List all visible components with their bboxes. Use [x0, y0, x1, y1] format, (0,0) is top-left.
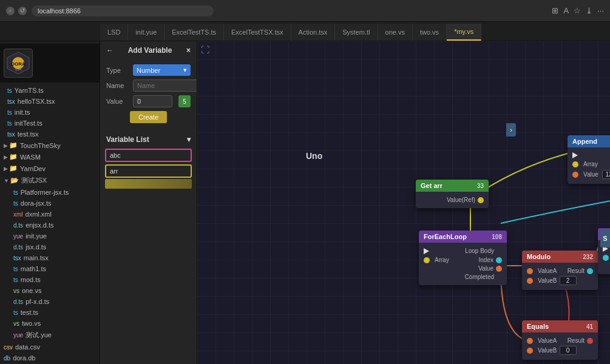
star-icon[interactable]: ☆	[574, 6, 581, 15]
sidebar-item-main-tsx[interactable]: tsx main.tsx	[0, 252, 100, 263]
node-modulo[interactable]: Modulo 232 ValueA Result ValueB	[522, 251, 598, 290]
value-input[interactable]	[133, 95, 172, 107]
sidebar-item-data-csv[interactable]: csv data.csv	[0, 342, 100, 352]
create-button[interactable]: Create	[130, 111, 167, 123]
port-value-a[interactable]	[527, 268, 533, 274]
sidebar-item-label: enjsx.d.ts	[25, 221, 53, 229]
port-exec3[interactable]	[424, 248, 429, 254]
port-index-out[interactable]	[496, 257, 502, 263]
sidebar-item-two-vs[interactable]: vs two.vs	[0, 318, 100, 329]
tab-lsd[interactable]: LSD	[100, 24, 128, 41]
sidebar-item-init-ts[interactable]: ts init.ts	[0, 107, 100, 118]
sidebar-item-test-ts[interactable]: ts test.ts	[0, 307, 100, 318]
sidebar-item-wasm[interactable]: ▶ 📁 WASM	[0, 151, 100, 163]
port-value[interactable]	[572, 172, 578, 178]
value-confirm-btn[interactable]: 5	[178, 95, 191, 107]
sidebar-item-hello-tsx[interactable]: tsx helloTSX.tsx	[0, 96, 100, 107]
tab-two-vs[interactable]: two.vs	[413, 24, 447, 41]
value-label-node: Value	[583, 171, 598, 178]
sidebar-item-touch-sky[interactable]: ▶ 📁 TouchTheSky	[0, 140, 100, 151]
port-array3[interactable]	[424, 257, 430, 263]
sidebar-item-pf-x[interactable]: d.ts pf-x.d.ts	[0, 296, 100, 307]
port-array-in[interactable]	[572, 161, 578, 167]
sidebar-item-label: YarnDev	[20, 165, 46, 172]
canvas[interactable]: ⛶ Get arr	[197, 41, 610, 364]
tab-excel-ts[interactable]: ExcelTestTS.ts	[164, 24, 224, 41]
var-list-collapse[interactable]: ▾	[187, 135, 191, 144]
text-icon[interactable]: A	[563, 6, 569, 15]
sidebar-item-dora-db[interactable]: db dora.db	[0, 352, 100, 363]
sidebar-item-label: data.csv	[15, 343, 40, 351]
node-for-each[interactable]: ForEachLoop 108 Loop Body Array	[419, 231, 507, 285]
panel-arrow-left[interactable]: ←	[106, 46, 114, 55]
tab-one-vs[interactable]: one.vs	[378, 24, 413, 41]
sidebar-item-test-tsx[interactable]: tsx test.tsx	[0, 129, 100, 140]
sidebar-item-platformer[interactable]: ts Platformer-jsx.ts	[0, 187, 100, 198]
sidebar-item-label: one.vs	[22, 287, 41, 294]
node-get-arr[interactable]: Get arr 33 Value(Ref)	[416, 180, 489, 208]
node-body-for-each: Loop Body Array Index Value	[419, 243, 507, 285]
d-ts-icon3: d.ts	[13, 298, 23, 305]
sidebar-item-enjsx[interactable]: d.ts enjsx.d.ts	[0, 220, 100, 231]
port-result[interactable]	[587, 268, 593, 274]
node-id: 41	[586, 323, 593, 330]
sidebar-item-dxml[interactable]: xml dxml.xml	[0, 209, 100, 220]
var-arr-input[interactable]	[105, 164, 192, 178]
expand-icon[interactable]: ⛶	[201, 45, 209, 55]
sidebar-item-test-yue[interactable]: yue 测试.yue	[0, 329, 100, 342]
sidebar-item-jsx-d-ts[interactable]: d.ts jsx.d.ts	[0, 241, 100, 252]
value-a-label: ValueA	[538, 268, 557, 274]
node-append[interactable]: Append 171 Array Array(Ref)	[568, 135, 610, 184]
variable-abc	[105, 149, 192, 162]
arr-value-bar	[105, 179, 192, 189]
sidebar-item-mod[interactable]: ts mod.ts	[0, 274, 100, 285]
tab-system[interactable]: System.tl	[335, 24, 378, 41]
refresh-button[interactable]: ↺	[18, 7, 27, 15]
ts-icon3: ts	[7, 120, 12, 127]
port-value-b[interactable]	[527, 278, 533, 284]
panel-close-icon[interactable]: ×	[186, 46, 191, 55]
port-value-out[interactable]	[496, 266, 502, 272]
sidebar-item-yarn-ts[interactable]: ts YarnTS.ts	[0, 85, 100, 96]
name-input[interactable]	[133, 79, 197, 92]
sidebar-item-math1[interactable]: ts math1.ts	[0, 263, 100, 274]
sidebar-item-one-vs[interactable]: vs one.vs	[0, 285, 100, 296]
sidebar-item-yarn-dev[interactable]: ▶ 📁 YarnDev	[0, 163, 100, 174]
node-id: 232	[583, 254, 593, 260]
download-icon[interactable]: ⤓	[586, 6, 592, 15]
port-value-ref[interactable]	[478, 197, 484, 203]
tab-my-vs[interactable]: *my.vs	[447, 24, 481, 41]
node-equals[interactable]: Equals 41 ValueA Result ValueB	[522, 320, 598, 360]
panel-header: ← Add Variable ×	[100, 41, 197, 59]
url-bar[interactable]: localhost:8866	[32, 5, 214, 16]
more-icon[interactable]: ···	[597, 6, 604, 15]
port-value-b2[interactable]	[527, 348, 533, 354]
tab-action[interactable]: Action.tsx	[291, 24, 336, 41]
loop-body-label: Loop Body	[465, 248, 494, 254]
vs-icon: vs	[13, 288, 19, 294]
var-abc-input[interactable]	[105, 149, 192, 162]
node-id: 108	[492, 234, 502, 240]
sidebar-item-test-jsx[interactable]: ▼ 📂 测试JSX	[0, 174, 100, 187]
port-result2[interactable]	[587, 338, 593, 344]
tab-init-yue[interactable]: init.yue	[128, 24, 164, 41]
type-select[interactable]: Number ▾	[133, 64, 191, 76]
ts-icon8: ts	[13, 309, 18, 316]
node-row-value-a: ValueA Result	[527, 268, 593, 274]
back-button[interactable]: ‹	[6, 7, 15, 15]
svg-text:SSR: SSR	[15, 67, 22, 71]
port-bool[interactable]	[603, 255, 609, 261]
port-value-a2[interactable]	[527, 338, 533, 344]
sidebar-item-dora-jsx[interactable]: ts dora-jsx.ts	[0, 198, 100, 209]
tab-excel-tsx[interactable]: ExcelTestTSX.tsx	[224, 24, 291, 41]
sidebar-item-init-test[interactable]: ts initTest.ts	[0, 118, 100, 129]
logo-area: DORA SSR	[0, 44, 100, 83]
grid-icon[interactable]: ⊞	[552, 6, 558, 15]
node-title: Equals	[527, 323, 549, 330]
var-list-title: Variable List	[106, 135, 149, 144]
sidebar-item-label: mod.ts	[21, 276, 41, 283]
port-exec-in[interactable]	[572, 152, 578, 158]
tsx-icon: tsx	[7, 98, 15, 105]
yue-icon: yue	[13, 233, 23, 240]
sidebar-item-init-yue[interactable]: yue init.yue	[0, 231, 100, 241]
